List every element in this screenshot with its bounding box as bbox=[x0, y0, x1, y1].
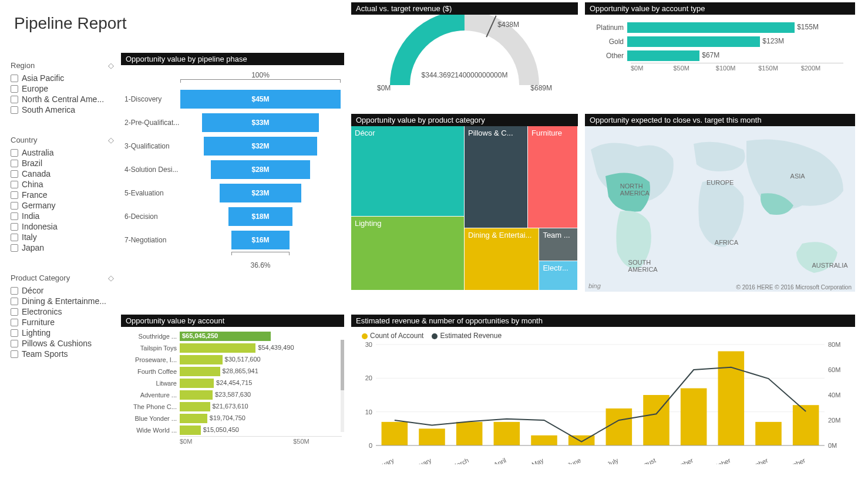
funnel-row[interactable]: 3-Qualification$32M bbox=[125, 134, 341, 158]
page-title: Pipeline Report bbox=[14, 14, 126, 33]
funnel-row[interactable]: 2-Pre-Qualificat...$33M bbox=[125, 111, 341, 134]
eraser-icon[interactable]: ◇ bbox=[108, 136, 114, 144]
checkbox-icon[interactable] bbox=[11, 160, 18, 167]
checkbox-icon[interactable] bbox=[11, 149, 18, 157]
checkbox-icon[interactable] bbox=[11, 350, 18, 358]
svg-text:10: 10 bbox=[365, 408, 372, 416]
checkbox-icon[interactable] bbox=[11, 75, 18, 82]
slicer-item[interactable]: Electronics bbox=[11, 307, 114, 316]
slicer-item[interactable]: Brazil bbox=[11, 158, 114, 168]
treemap-cell[interactable]: Dining & Entertai... bbox=[465, 228, 539, 290]
funnel-row[interactable]: 1-Discovery$45M bbox=[125, 87, 341, 111]
svg-text:August: August bbox=[635, 457, 657, 464]
slicer-item[interactable]: France bbox=[11, 190, 114, 200]
checkbox-icon[interactable] bbox=[11, 181, 18, 188]
checkbox-icon[interactable] bbox=[11, 340, 18, 347]
funnel-row[interactable]: 7-Negotiation$16M bbox=[125, 228, 341, 252]
account-bar-row[interactable]: Proseware, I...$30,517,600 bbox=[123, 354, 342, 366]
slicer-item[interactable]: Europe bbox=[11, 84, 114, 93]
checkbox-icon[interactable] bbox=[11, 329, 18, 337]
map-region-label: NORTHAMERICA bbox=[620, 183, 650, 197]
chart-account-type[interactable]: Opportunity value by account type Platin… bbox=[585, 2, 855, 74]
checkbox-icon[interactable] bbox=[11, 287, 18, 295]
chart-gauge[interactable]: Actual vs. target revenue ($) $0M $689M … bbox=[351, 2, 578, 108]
account-bar-row[interactable]: The Phone C...$21,673,610 bbox=[123, 401, 342, 413]
slicer-item[interactable]: North & Central Ame... bbox=[11, 94, 114, 104]
treemap-cell[interactable]: Team ... bbox=[539, 228, 577, 261]
account-bar-row[interactable]: Southridge ...$65,045,250 bbox=[123, 330, 342, 342]
map-region-label: SOUTHAMERICA bbox=[628, 259, 658, 273]
checkbox-icon[interactable] bbox=[11, 96, 18, 103]
legend-count: Count of Account bbox=[370, 332, 423, 340]
slicer-item[interactable]: Australia bbox=[11, 148, 114, 157]
svg-text:30: 30 bbox=[365, 341, 372, 348]
slicer-item[interactable]: Germany bbox=[11, 201, 114, 210]
chart-account-bar[interactable]: Opportunity value by account Southridge … bbox=[121, 315, 344, 472]
slicer-item[interactable]: China bbox=[11, 180, 114, 189]
eraser-icon[interactable]: ◇ bbox=[108, 61, 114, 70]
funnel-top-pct: 100% bbox=[180, 71, 341, 79]
svg-rect-19 bbox=[456, 422, 483, 445]
chart-treemap[interactable]: Opportunity value by product category Dé… bbox=[351, 114, 578, 291]
checkbox-icon[interactable] bbox=[11, 319, 18, 326]
chart-combo[interactable]: Estimated revenue & number of opportunit… bbox=[351, 315, 855, 472]
checkbox-icon[interactable] bbox=[11, 202, 18, 210]
slicer-item[interactable]: Asia Pacific bbox=[11, 73, 114, 83]
slicer-item[interactable]: Team Sports bbox=[11, 349, 114, 359]
checkbox-icon[interactable] bbox=[11, 234, 18, 241]
legend-revenue: Estimated Revenue bbox=[440, 332, 502, 340]
treemap-cell[interactable]: Lighting bbox=[351, 217, 464, 290]
bing-logo: bing bbox=[588, 282, 601, 289]
chart-funnel[interactable]: Opportunity value by pipeline phase 100%… bbox=[121, 53, 344, 269]
slicer-item[interactable]: Furniture bbox=[11, 318, 114, 327]
treemap-cell[interactable]: Pillows & C... bbox=[465, 126, 527, 228]
svg-rect-21 bbox=[494, 422, 520, 445]
svg-text:60M: 60M bbox=[828, 366, 840, 373]
svg-text:June: June bbox=[566, 457, 582, 464]
eraser-icon[interactable]: ◇ bbox=[108, 273, 114, 282]
account-bar-row[interactable]: Blue Yonder ...$19,704,750 bbox=[123, 413, 342, 424]
funnel-row[interactable]: 6-Decision$18M bbox=[125, 205, 341, 228]
slicer-item[interactable]: Pillows & Cushions bbox=[11, 339, 114, 348]
checkbox-icon[interactable] bbox=[11, 223, 18, 231]
slicer-item[interactable]: Japan bbox=[11, 243, 114, 252]
hbar-row[interactable]: Gold$123M bbox=[591, 35, 843, 49]
slicer-item[interactable]: Canada bbox=[11, 169, 114, 178]
svg-text:December: December bbox=[776, 457, 806, 464]
funnel-row[interactable]: 5-Evaluation$23M bbox=[125, 181, 341, 205]
treemap-cell[interactable]: Electr... bbox=[539, 261, 577, 290]
checkbox-icon[interactable] bbox=[11, 308, 18, 316]
checkbox-icon[interactable] bbox=[11, 244, 18, 252]
checkbox-icon[interactable] bbox=[11, 106, 18, 114]
checkbox-icon[interactable] bbox=[11, 212, 18, 220]
account-bar-row[interactable]: Tailspin Toys$54,439,490 bbox=[123, 342, 342, 354]
treemap-cell[interactable]: Furniture bbox=[528, 126, 577, 228]
slicer-item[interactable]: Lighting bbox=[11, 328, 114, 337]
hbar-row[interactable]: Other$67M bbox=[591, 49, 843, 63]
funnel-row[interactable]: 4-Solution Desi...$28M bbox=[125, 158, 341, 181]
slicer-item[interactable]: India bbox=[11, 211, 114, 221]
checkbox-icon[interactable] bbox=[11, 85, 18, 93]
svg-text:80M: 80M bbox=[828, 341, 840, 348]
svg-text:September: September bbox=[662, 457, 694, 464]
slicer-item[interactable]: Indonesia bbox=[11, 222, 114, 231]
svg-text:November: November bbox=[739, 457, 769, 464]
account-bar-row[interactable]: Fourth Coffee$28,865,941 bbox=[123, 366, 342, 377]
slicer-product-category: Product Category ◇ DécorDining & Enterta… bbox=[11, 273, 114, 359]
account-bar-row[interactable]: Wide World ...$15,050,450 bbox=[123, 424, 342, 436]
svg-rect-31 bbox=[681, 389, 707, 445]
slicer-item[interactable]: Décor bbox=[11, 286, 114, 295]
hbar-row[interactable]: Platinum$155M bbox=[591, 21, 843, 35]
chart-map[interactable]: Opportunity expected to close vs. target… bbox=[585, 114, 855, 291]
slicer-item[interactable]: Dining & Entertainme... bbox=[11, 296, 114, 306]
checkbox-icon[interactable] bbox=[11, 298, 18, 305]
checkbox-icon[interactable] bbox=[11, 170, 18, 178]
svg-text:20: 20 bbox=[365, 374, 372, 381]
slicer-item[interactable]: South America bbox=[11, 105, 114, 114]
account-bar-row[interactable]: Adventure ...$23,587,630 bbox=[123, 389, 342, 401]
scrollbar[interactable] bbox=[341, 340, 344, 432]
slicer-item[interactable]: Italy bbox=[11, 232, 114, 242]
account-bar-row[interactable]: Litware$24,454,715 bbox=[123, 377, 342, 389]
checkbox-icon[interactable] bbox=[11, 191, 18, 199]
treemap-cell[interactable]: Décor bbox=[351, 126, 464, 216]
